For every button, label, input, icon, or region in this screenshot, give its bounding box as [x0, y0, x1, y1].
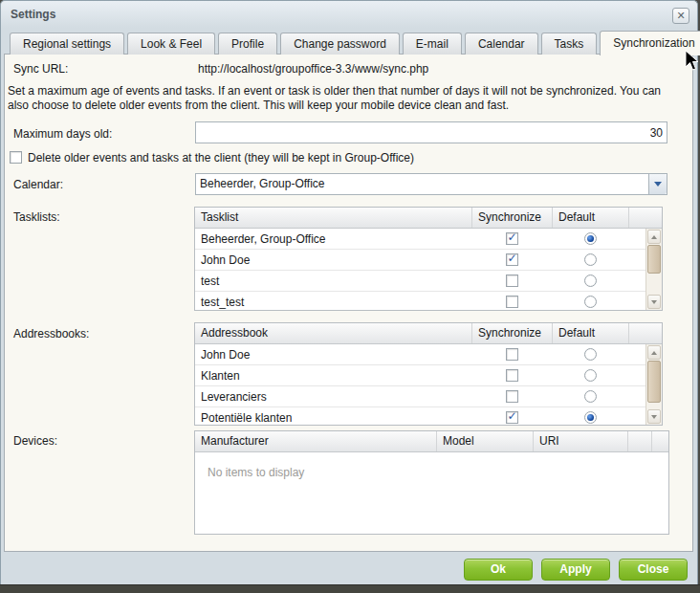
scroll-up-icon[interactable]: [647, 230, 661, 244]
devices-grid: Manufacturer Model URI No items to displ…: [194, 430, 669, 535]
tasklists-grid-body: Beheerder, Group-Office John Doe test te…: [195, 229, 662, 311]
titlebar[interactable]: Settings ✕: [1, 1, 697, 28]
ok-button[interactable]: Ok: [464, 559, 533, 581]
tasklist-name: test_test: [195, 296, 471, 309]
close-icon[interactable]: ✕: [672, 8, 689, 24]
sync-url-label: Sync URL:: [13, 62, 68, 76]
column-header-tasklist[interactable]: Tasklist: [195, 208, 471, 228]
default-radio[interactable]: [584, 348, 597, 361]
addressbooks-label: Addressbooks:: [13, 327, 89, 340]
default-radio[interactable]: [584, 411, 597, 424]
tab-regional-settings[interactable]: Regional settings: [10, 33, 124, 55]
addressbook-name: Klanten: [195, 369, 471, 383]
column-header-synchronize[interactable]: Synchronize: [471, 208, 552, 228]
tab-tasks[interactable]: Tasks: [541, 33, 598, 55]
sync-url-value: http://localhost/groupoffice-3.3/www/syn…: [198, 62, 428, 76]
sync-checkbox[interactable]: [506, 369, 518, 382]
table-row[interactable]: test_test: [195, 292, 662, 311]
table-row[interactable]: Leveranciers: [195, 386, 662, 407]
addressbook-name: John Doe: [195, 348, 471, 362]
max-days-input[interactable]: [195, 121, 667, 143]
table-row[interactable]: Klanten: [195, 365, 662, 386]
table-row[interactable]: John Doe: [195, 344, 662, 365]
scroll-down-icon[interactable]: [647, 295, 661, 309]
tab-look-and-feel[interactable]: Look & Feel: [127, 33, 215, 55]
default-radio[interactable]: [584, 390, 597, 403]
tasklists-label: Tasklists:: [13, 210, 60, 224]
column-header-addressbook[interactable]: Addressbook: [195, 323, 471, 343]
column-header-spacer: [627, 431, 651, 451]
tab-change-password[interactable]: Change password: [280, 33, 400, 55]
intro-text: Set a maximum age of events and tasks. I…: [8, 84, 685, 113]
column-header-synchronize[interactable]: Synchronize: [471, 323, 552, 343]
column-header-spacer: [628, 208, 662, 228]
devices-grid-body: No items to display: [195, 452, 668, 535]
tab-profile[interactable]: Profile: [218, 33, 277, 55]
scrollbar[interactable]: [645, 229, 662, 310]
synchronization-panel: Sync URL: http://localhost/groupoffice-3…: [4, 54, 693, 552]
column-header-spacer: [628, 323, 662, 343]
calendar-combobox[interactable]: Beheerder, Group-Office: [195, 173, 667, 195]
column-header-manufacturer[interactable]: Manufacturer: [195, 431, 436, 451]
table-row[interactable]: John Doe: [195, 250, 662, 271]
scrollbar-thumb[interactable]: [647, 245, 661, 274]
max-days-label: Maximum days old:: [13, 127, 112, 141]
settings-window: Settings ✕ Regional settings Look & Feel…: [0, 0, 698, 585]
delete-older-label: Delete older events and tasks at the cli…: [28, 151, 414, 165]
scroll-down-icon[interactable]: [647, 409, 661, 424]
delete-older-checkbox[interactable]: [10, 151, 22, 164]
addressbooks-grid: Addressbook Synchronize Default John Doe…: [194, 322, 663, 426]
sync-checkbox[interactable]: [506, 348, 518, 361]
default-radio[interactable]: [584, 253, 597, 266]
tab-synchronization[interactable]: Synchronization: [600, 31, 700, 55]
scrollbar[interactable]: [645, 344, 662, 425]
sync-checkbox[interactable]: [506, 296, 518, 308]
default-radio[interactable]: [584, 232, 597, 245]
table-row[interactable]: Beheerder, Group-Office: [195, 229, 662, 250]
desktop-background-strip: [0, 584, 700, 593]
calendar-label: Calendar:: [13, 178, 63, 191]
devices-label: Devices:: [13, 434, 57, 448]
table-row[interactable]: Potentiële klanten: [195, 407, 662, 426]
column-header-spacer: [651, 431, 668, 451]
default-radio[interactable]: [584, 369, 597, 382]
default-radio[interactable]: [584, 296, 597, 308]
sync-checkbox[interactable]: [506, 253, 518, 266]
sync-checkbox[interactable]: [506, 390, 518, 403]
close-button[interactable]: Close: [619, 559, 688, 581]
tab-calendar[interactable]: Calendar: [465, 33, 538, 55]
tasklist-name: John Doe: [195, 253, 471, 267]
chevron-down-icon[interactable]: [648, 174, 667, 194]
sync-checkbox[interactable]: [506, 411, 518, 424]
column-header-uri[interactable]: URI: [533, 431, 627, 451]
addressbook-name: Leveranciers: [195, 390, 471, 404]
window-title: Settings: [11, 8, 55, 21]
calendar-combobox-value: Beheerder, Group-Office: [200, 177, 325, 190]
devices-grid-header: Manufacturer Model URI: [195, 431, 668, 452]
scrollbar-thumb[interactable]: [647, 361, 661, 403]
column-header-default[interactable]: Default: [552, 208, 628, 228]
scroll-up-icon[interactable]: [647, 345, 661, 360]
table-row[interactable]: test: [195, 271, 662, 292]
sync-checkbox[interactable]: [506, 275, 518, 287]
addressbook-name: Potentiële klanten: [195, 411, 471, 425]
column-header-default[interactable]: Default: [552, 323, 628, 343]
tab-strip: Regional settings Look & Feel Profile Ch…: [10, 30, 689, 55]
default-radio[interactable]: [584, 275, 597, 287]
addressbooks-grid-body: John Doe Klanten Leveranciers Potentiële…: [195, 344, 662, 426]
tasklist-name: test: [195, 275, 471, 288]
tab-email[interactable]: E-mail: [403, 33, 462, 55]
addressbooks-grid-header: Addressbook Synchronize Default: [195, 323, 662, 344]
tasklist-name: Beheerder, Group-Office: [195, 232, 471, 246]
footer-toolbar: Ok Apply Close: [464, 559, 688, 581]
apply-button[interactable]: Apply: [541, 559, 610, 581]
sync-checkbox[interactable]: [506, 232, 518, 245]
tasklists-grid: Tasklist Synchronize Default Beheerder, …: [194, 207, 663, 311]
column-header-model[interactable]: Model: [436, 431, 533, 451]
tasklists-grid-header: Tasklist Synchronize Default: [195, 208, 662, 229]
empty-grid-message: No items to display: [208, 466, 304, 479]
